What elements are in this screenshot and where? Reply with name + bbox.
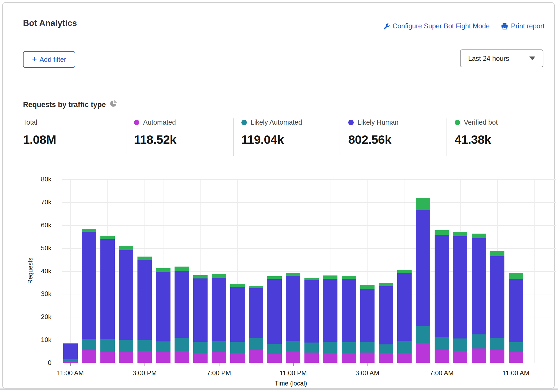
next-card-edge bbox=[0, 388, 558, 390]
gridline-vertical bbox=[70, 179, 71, 363]
segment-likely-automated bbox=[490, 338, 504, 350]
segment-likely-automated bbox=[82, 339, 96, 350]
stat-value: 1.08M bbox=[23, 133, 120, 147]
bar-6-00-am[interactable] bbox=[416, 198, 430, 363]
page-title: Bot Analytics bbox=[23, 18, 77, 28]
bar-6-00-pm[interactable] bbox=[193, 275, 208, 363]
bar-10-00-am[interactable] bbox=[490, 251, 504, 363]
bar-5-00-pm[interactable] bbox=[175, 267, 189, 363]
segment-likely-automated bbox=[397, 341, 412, 353]
header-links: Configure Super Bot Fight Mode Print rep… bbox=[352, 22, 544, 30]
bar-7-00-pm[interactable] bbox=[212, 274, 226, 363]
segment-likely-human bbox=[156, 272, 170, 341]
section-title-row: Requests by traffic type bbox=[23, 100, 117, 109]
segment-verified-bot bbox=[304, 278, 319, 280]
pie-chart-icon[interactable] bbox=[110, 100, 117, 109]
bar-8-00-am[interactable] bbox=[453, 232, 467, 363]
gridline-vertical bbox=[534, 179, 535, 363]
legend-dot bbox=[134, 120, 139, 125]
y-tick-label: 10k bbox=[22, 336, 51, 344]
segment-verified-bot bbox=[342, 276, 356, 279]
segment-likely-human bbox=[267, 279, 282, 344]
segment-likely-automated bbox=[304, 343, 319, 352]
segment-automated bbox=[119, 352, 133, 363]
segment-automated bbox=[472, 348, 486, 363]
segment-likely-human bbox=[100, 239, 115, 339]
segment-likely-human bbox=[323, 279, 337, 342]
bar-11-00-am[interactable] bbox=[509, 273, 523, 363]
segment-likely-automated bbox=[212, 341, 226, 352]
bar-1-00-am[interactable] bbox=[323, 275, 337, 363]
configure-super-bot-fight-mode-link[interactable]: Configure Super Bot Fight Mode bbox=[383, 22, 490, 30]
segment-verified-bot bbox=[472, 234, 486, 238]
bar-4-00-pm[interactable] bbox=[156, 268, 170, 363]
bar-12-00-am[interactable] bbox=[304, 278, 319, 363]
bar-1-00-pm[interactable] bbox=[100, 236, 115, 363]
bar-12-00-pm[interactable] bbox=[82, 229, 96, 363]
printer-icon bbox=[501, 22, 508, 30]
segment-automated bbox=[230, 353, 245, 363]
segment-automated bbox=[360, 353, 375, 363]
bar-7-00-am[interactable] bbox=[435, 230, 449, 363]
segment-likely-automated bbox=[249, 338, 263, 350]
segment-likely-automated bbox=[230, 342, 245, 353]
segment-likely-human bbox=[360, 289, 375, 342]
segment-automated bbox=[397, 353, 412, 363]
segment-automated bbox=[249, 350, 263, 363]
segment-automated bbox=[342, 353, 356, 363]
segment-likely-automated bbox=[100, 339, 115, 352]
add-filter-button[interactable]: + Add filter bbox=[23, 51, 75, 68]
stat-value: 119.04k bbox=[241, 133, 339, 147]
bar-4-00-am[interactable] bbox=[379, 283, 393, 363]
stat-label: Automated bbox=[143, 118, 176, 126]
segment-automated bbox=[286, 351, 300, 363]
segment-likely-human bbox=[453, 236, 467, 338]
segment-likely-human bbox=[304, 280, 319, 343]
bar-11-00-pm[interactable] bbox=[286, 273, 300, 363]
bar-2-00-am[interactable] bbox=[342, 276, 356, 363]
segment-likely-human bbox=[63, 344, 78, 359]
segment-likely-automated bbox=[453, 338, 467, 351]
stat-likely-automated[interactable]: Likely Automated119.04k bbox=[241, 118, 339, 147]
segment-likely-human bbox=[137, 260, 152, 340]
segment-automated bbox=[435, 350, 449, 363]
bar-3-00-am[interactable] bbox=[360, 285, 375, 363]
segment-automated bbox=[490, 350, 504, 363]
bar-8-00-pm[interactable] bbox=[230, 284, 245, 363]
y-tick-label: 60k bbox=[22, 221, 51, 229]
plus-icon: + bbox=[32, 55, 37, 63]
segment-verified-bot bbox=[416, 198, 430, 210]
bar-3-00-pm[interactable] bbox=[137, 257, 152, 363]
time-range-select[interactable]: Last 24 hours bbox=[460, 49, 543, 67]
segment-likely-automated bbox=[267, 344, 282, 354]
segment-verified-bot bbox=[360, 285, 375, 289]
x-tick-label: 11:00 AM bbox=[46, 369, 95, 377]
bar-11-00-am[interactable] bbox=[63, 343, 78, 363]
segment-likely-human bbox=[175, 271, 189, 338]
print-report-link[interactable]: Print report bbox=[501, 22, 544, 30]
segment-likely-automated bbox=[193, 342, 208, 353]
bar-10-00-pm[interactable] bbox=[267, 276, 282, 363]
legend-dot bbox=[348, 120, 354, 125]
y-tick-label: 40k bbox=[22, 267, 51, 275]
x-tick-label: 7:00 PM bbox=[195, 369, 243, 377]
stat-verified-bot[interactable]: Verified bot41.38k bbox=[455, 118, 552, 147]
bar-9-00-pm[interactable] bbox=[249, 286, 263, 363]
segment-automated bbox=[137, 351, 152, 363]
x-tick bbox=[516, 363, 516, 366]
stat-automated[interactable]: Automated118.52k bbox=[134, 118, 231, 147]
x-tick bbox=[219, 363, 219, 366]
stat-likely-human[interactable]: Likely Human802.56k bbox=[348, 118, 446, 147]
bar-5-00-am[interactable] bbox=[397, 270, 412, 363]
bar-2-00-pm[interactable] bbox=[119, 246, 133, 363]
x-tick bbox=[367, 363, 368, 366]
stat-label: Likely Human bbox=[357, 118, 398, 126]
segment-automated bbox=[509, 352, 523, 363]
gridline-horizontal bbox=[62, 225, 556, 226]
segment-automated bbox=[212, 352, 226, 363]
bar-9-00-am[interactable] bbox=[472, 234, 486, 363]
x-tick-label: 7:00 AM bbox=[417, 369, 466, 377]
segment-verified-bot bbox=[267, 276, 282, 279]
legend-dot bbox=[241, 120, 247, 125]
stat-total[interactable]: Total1.08M bbox=[23, 118, 120, 147]
